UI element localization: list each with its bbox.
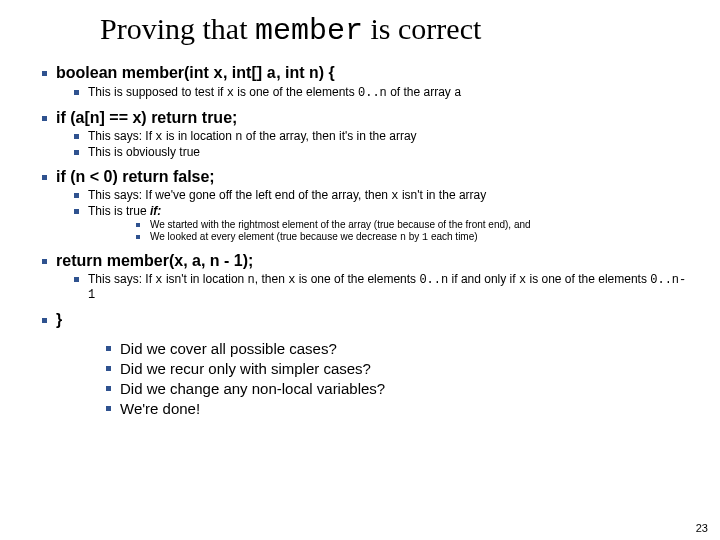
slide: Proving that member is correct boolean m… — [0, 0, 720, 540]
title-mono: member — [255, 14, 363, 48]
line-boolean-member: boolean member(int x, int[] a, int n) { — [30, 64, 690, 83]
line-obviously-true: This is obviously true — [30, 145, 690, 159]
line-says-if-not: This says: If x isn't in location n, the… — [30, 272, 690, 302]
line-close-brace: } — [30, 311, 690, 329]
q-done: We're done! — [30, 400, 690, 417]
line-looked-every: We looked at every element (true because… — [30, 231, 690, 243]
q-nonlocal-vars: Did we change any non-local variables? — [30, 380, 690, 397]
title-pre: Proving that — [100, 12, 255, 45]
title-post: is correct — [363, 12, 481, 45]
content: boolean member(int x, int[] a, int n) { … — [0, 56, 720, 417]
line-supposed: This is supposed to test if x is one of … — [30, 85, 690, 100]
line-says-location: This says: If x is in location n of the … — [30, 129, 690, 144]
line-true-if: This is true if: — [30, 204, 690, 218]
line-gone-off: This says: If we've gone off the left en… — [30, 188, 690, 203]
q-cover-cases: Did we cover all possible cases? — [30, 340, 690, 357]
line-if-return-true: if (a[n] == x) return true; — [30, 109, 690, 127]
line-return-member: return member(x, a, n - 1); — [30, 252, 690, 270]
slide-title: Proving that member is correct — [0, 0, 720, 56]
page-number: 23 — [696, 522, 708, 534]
line-started-rightmost: We started with the rightmost element of… — [30, 219, 690, 230]
line-if-return-false: if (n < 0) return false; — [30, 168, 690, 186]
q-recur-simpler: Did we recur only with simpler cases? — [30, 360, 690, 377]
